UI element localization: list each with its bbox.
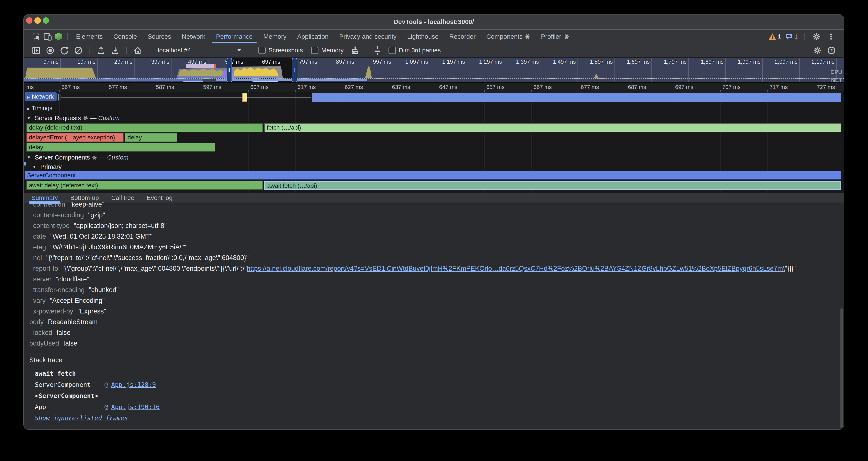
tab-memory[interactable]: Memory (258, 29, 292, 44)
tab-event-log[interactable]: Event log (147, 193, 173, 202)
flame-bar[interactable]: fetch (…/api) (264, 123, 841, 132)
flame-bar[interactable]: await delay (deferred text) (26, 181, 263, 190)
stack-frame: await fetch (29, 368, 844, 379)
tab-elements[interactable]: Elements (71, 29, 108, 44)
primary-lane-header[interactable]: ▼ Primary (32, 163, 62, 170)
property-row: content-encoding"gzip" (29, 210, 844, 221)
tab-call-tree[interactable]: Call tree (111, 193, 134, 202)
screenshots-checkbox[interactable] (258, 47, 266, 54)
property-row: transfer-encoding"chunked" (29, 285, 844, 295)
flame-bar[interactable]: await fetch (…/api) (264, 181, 841, 190)
property-key: etag (33, 243, 46, 251)
flame-bar[interactable]: delay (26, 143, 215, 152)
home-icon[interactable] (132, 45, 144, 56)
garbage-collect-brush-icon[interactable] (349, 45, 361, 56)
frame-name: App (35, 403, 46, 410)
collapse-sections-icon[interactable] (371, 45, 383, 56)
tab-summary[interactable]: Summary (31, 193, 58, 202)
flame-bar[interactable]: delay (125, 133, 177, 142)
tab-bottom-up[interactable]: Bottom-up (70, 193, 99, 202)
react-atom-icon (525, 34, 530, 39)
history-dropdown[interactable]: localhost #4 (154, 47, 245, 54)
inspect-element-icon[interactable] (31, 31, 42, 42)
property-value: "application/json; charset=utf-8" (74, 222, 167, 229)
property-value: "keep-alive" (69, 202, 104, 208)
save-profile-icon[interactable] (109, 45, 121, 56)
tab-sources[interactable]: Sources (142, 29, 177, 44)
more-options-kebab-icon[interactable] (826, 31, 837, 42)
tab-application[interactable]: Application (292, 29, 334, 44)
track-selection-tick (24, 162, 26, 166)
ruler-label: 717 ms (770, 84, 788, 90)
timings-track-header[interactable]: ▶Timings (27, 105, 52, 112)
report-endpoint-link[interactable]: https://a.nel.cloudflare.com/report/v4?s… (247, 265, 785, 272)
at-symbol: @ (104, 403, 108, 410)
reload-and-record-icon[interactable] (58, 45, 70, 56)
react-atom-icon (563, 34, 569, 39)
chevron-down-icon[interactable]: ▼ (27, 116, 31, 121)
ruler-label: 657 ms (486, 84, 504, 90)
timeline-overview[interactable]: 97 ms197 ms297 ms397 ms497 ms597 ms697 m… (24, 57, 844, 83)
selection-handle-left[interactable]: ‖ (227, 58, 232, 83)
chevron-down-icon[interactable]: ▼ (27, 155, 31, 160)
scrollbar-thumb[interactable] (840, 308, 843, 428)
flame-bar[interactable]: delayedError (…ayed exception) (26, 133, 123, 142)
capture-settings-gear-icon[interactable] (811, 45, 824, 56)
load-profile-icon[interactable] (95, 45, 107, 56)
help-icon[interactable]: ? (826, 45, 837, 56)
tab-profiler[interactable]: Profiler (536, 29, 574, 44)
record-icon[interactable] (44, 45, 56, 56)
flame-bar[interactable]: delay (deferred text) (26, 123, 263, 132)
tab-privacy-and-security[interactable]: Privacy and security (334, 29, 402, 44)
property-row: etag"W/\"4b1-RjEJloX9kRinu6F0MAZMmy6E5iA… (29, 242, 844, 253)
device-toolbar-icon[interactable] (42, 31, 53, 42)
ruler-label: 627 ms (345, 84, 363, 90)
show-ignore-listed-frames-link[interactable]: Show ignore-listed frames (35, 414, 128, 422)
devtools-window: DevTools - localhost:3000/ Elements Cons… (23, 14, 844, 430)
tab-components[interactable]: Components (481, 29, 536, 44)
issues-badge[interactable]: 1 (784, 32, 798, 41)
dim-3rd-parties-checkbox[interactable] (389, 47, 396, 54)
screenshots-label: Screenshots (269, 47, 303, 54)
selection-handle-right[interactable]: ‖ (292, 58, 297, 83)
property-value: "Express" (78, 308, 106, 315)
stack-frame: ServerComponent@App.js:128:9 (29, 379, 844, 390)
ruler-label: 637 ms (392, 84, 410, 90)
memory-checkbox[interactable] (311, 47, 318, 54)
settings-gear-icon[interactable] (811, 31, 822, 42)
tab-console[interactable]: Console (108, 29, 142, 44)
summary-pane[interactable]: connection"keep-alive"content-encoding"g… (24, 202, 844, 429)
property-row: server"cloudflare" (29, 274, 844, 285)
divider (366, 47, 366, 54)
property-key: bodyUsed (29, 340, 59, 347)
tab-lighthouse[interactable]: Lighthouse (402, 29, 444, 44)
tab-recorder[interactable]: Recorder (444, 29, 481, 44)
ruler-label: 587 ms (156, 84, 174, 90)
property-key: body (29, 318, 43, 326)
react-atom-icon (83, 116, 88, 121)
dim-3rd-parties-label: Dim 3rd parties (399, 47, 441, 54)
source-location-link[interactable]: App.js:128:9 (111, 381, 156, 388)
warnings-badge[interactable]: 1 (768, 32, 781, 41)
ruler-label: 647 ms (439, 84, 457, 90)
chevron-right-icon[interactable]: ▶ (27, 106, 30, 111)
server-components-track-header[interactable]: ▼ Server Components — Custom (27, 154, 129, 161)
network-request-marker[interactable] (242, 93, 247, 102)
toggle-sidebar-icon[interactable] (30, 45, 42, 56)
network-request-bar[interactable] (312, 93, 841, 102)
flame-chart-tracks[interactable]: ▶Network ▶Timings ▼ Server Requests — Cu… (24, 91, 844, 193)
flame-bar[interactable]: ServerComponent (25, 171, 841, 180)
server-requests-track-header[interactable]: ▼ Server Requests — Custom (27, 115, 120, 122)
tab-network[interactable]: Network (177, 29, 211, 44)
clear-icon[interactable] (72, 45, 84, 56)
ruler-label: 577 ms (109, 84, 127, 90)
source-location-link[interactable]: App.js:190:16 (111, 403, 159, 410)
message-icon (784, 32, 793, 41)
property-key: nel (33, 254, 42, 261)
property-row: connection"keep-alive" (29, 202, 844, 210)
chevron-down-icon[interactable]: ▼ (32, 165, 36, 169)
property-key: transfer-encoding (33, 286, 85, 294)
tab-performance[interactable]: Performance (211, 29, 258, 44)
ruler-label: 727 ms (817, 84, 835, 90)
cpu-net-divider (24, 78, 844, 79)
